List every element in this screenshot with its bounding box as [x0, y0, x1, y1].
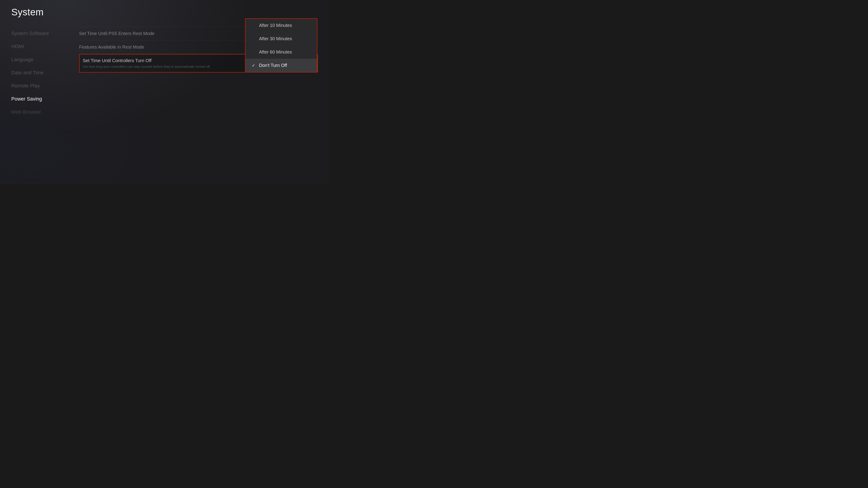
dropdown-item-10min[interactable]: After 10 Minutes	[246, 19, 317, 32]
content-area: Set Time Until PS5 Enters Rest Mode Feat…	[74, 27, 318, 120]
dropdown-label-10min: After 10 Minutes	[259, 23, 292, 28]
page-content: System System Software HDMI Language Dat…	[0, 0, 329, 126]
sidebar-item-system-software[interactable]: System Software	[11, 28, 74, 39]
dropdown-label-60min: After 60 Minutes	[259, 50, 292, 55]
dropdown-item-30min[interactable]: After 30 Minutes	[246, 32, 317, 45]
page-title: System	[11, 7, 318, 18]
sidebar-item-hdmi[interactable]: HDMI	[11, 41, 74, 52]
dropdown-item-60min[interactable]: After 60 Minutes	[246, 45, 317, 59]
settings-container: Set Time Until PS5 Enters Rest Mode Feat…	[79, 27, 318, 72]
sidebar-item-remote-play[interactable]: Remote Play	[11, 80, 74, 92]
sidebar-item-date-and-time[interactable]: Date and Time	[11, 67, 74, 78]
sidebar: System Software HDMI Language Date and T…	[11, 27, 74, 120]
sidebar-item-web-browser[interactable]: Web Browser	[11, 106, 74, 118]
dropdown-label-dont-turn-off: Don't Turn Off	[259, 63, 287, 68]
dropdown-item-dont-turn-off[interactable]: ✓ Don't Turn Off	[246, 59, 317, 72]
check-icon-dont-turn-off: ✓	[252, 63, 256, 68]
setting-row-controllers-turn-off[interactable]: Set Time Until Controllers Turn Off Set …	[79, 54, 318, 72]
sidebar-item-language[interactable]: Language	[11, 54, 74, 65]
main-layout: System Software HDMI Language Date and T…	[11, 27, 318, 120]
dropdown-menu: After 10 Minutes After 30 Minutes After …	[245, 18, 317, 72]
sidebar-item-power-saving[interactable]: Power Saving	[11, 93, 74, 105]
dropdown-label-30min: After 30 Minutes	[259, 36, 292, 41]
